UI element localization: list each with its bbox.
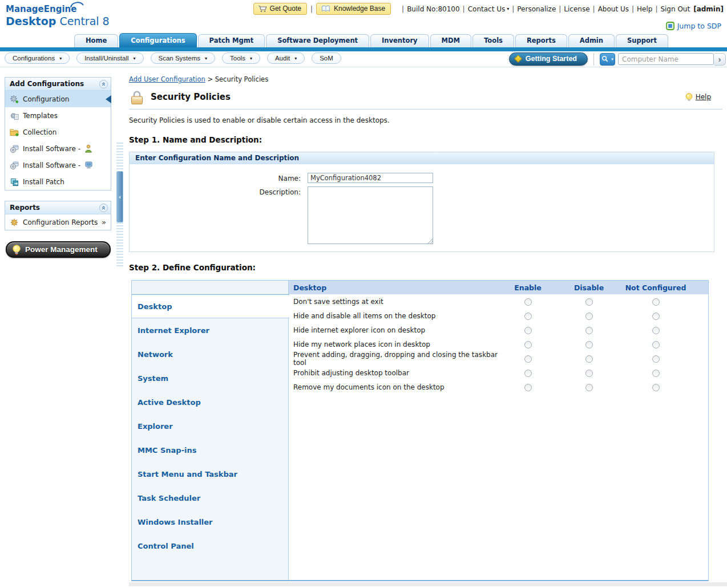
toolbar-menu-som[interactable]: SoM [312,52,341,64]
radio-disable[interactable] [585,384,593,391]
toolbar-menu-tools[interactable]: Tools▾ [222,52,260,64]
chevron-down-icon: ▾ [59,56,62,61]
tab-home[interactable]: Home [74,34,118,47]
tab-tools[interactable]: Tools [472,34,514,47]
help-link-text[interactable]: Help [696,93,711,101]
radio-not-configured[interactable] [652,313,660,320]
radio-not-configured[interactable] [652,384,660,391]
sidebar-item-templates[interactable]: Templates [5,107,111,124]
radio-enable[interactable] [524,355,532,363]
toolbar-menus: Configurations▾Install/Uninstall▾Scan Sy… [5,52,341,64]
panel-collapse-icon[interactable] [99,80,108,88]
column-header-disable: Disable [558,283,620,292]
search-go-button[interactable]: › [714,53,726,66]
radio-enable[interactable] [524,313,532,320]
top-link-license[interactable]: License [564,5,589,13]
toolbar-menu-audit[interactable]: Audit▾ [267,52,305,64]
policy-label: Hide and disable all items on the deskto… [289,312,498,320]
chevron-down-icon: ▾ [294,56,297,61]
toolbar-menu-configurations[interactable]: Configurations▾ [5,52,70,64]
radio-not-configured[interactable] [652,298,660,306]
top-link-sign-out[interactable]: Sign Out [660,5,690,13]
radio-cell [620,355,691,363]
radio-disable[interactable] [585,341,593,348]
sidebar-item-install-patch[interactable]: Install Patch [5,173,111,190]
category-mmc-snap-ins[interactable]: MMC Snap-ins [132,438,288,462]
tab-software-deployment[interactable]: Software Deployment [266,34,369,47]
sidebar-item-configuration[interactable]: Configuration [5,91,111,107]
radio-enable[interactable] [524,298,532,306]
category-explorer[interactable]: Explorer [132,414,288,438]
category-system[interactable]: System [132,366,288,390]
knowledge-base-button[interactable]: Knowledge Base [316,3,391,15]
category-desktop[interactable]: Desktop [132,294,289,318]
tab-support[interactable]: Support [616,34,668,47]
toolbar-menu-install-uninstall[interactable]: Install/Uninstall▾ [76,52,143,64]
toolbar-menu-label: Configurations [13,55,55,62]
sidebar-item-install-software-[interactable]: Install Software - [5,157,111,173]
tab-reports[interactable]: Reports [515,34,567,47]
sidebar-item-configuration-reports[interactable]: Configuration Reports» [5,214,111,230]
tab-patch-mgmt[interactable]: Patch Mgmt [198,34,265,47]
logo-swoosh-icon [70,0,84,9]
radio-disable[interactable] [585,298,593,306]
search-scope-button[interactable]: ▾ [600,53,615,66]
radio-disable[interactable] [585,355,593,363]
category-column-header [132,281,288,294]
tab-configurations[interactable]: Configurations [119,33,196,47]
separator: | [652,5,660,13]
top-link-personalize[interactable]: Personalize [517,5,556,13]
radio-enable[interactable] [524,327,532,334]
separator: | [310,5,313,13]
sidebar-collapse-handle[interactable]: ‹ [116,171,123,222]
separator: | [629,5,637,13]
radio-enable[interactable] [524,384,532,391]
category-task-scheduler[interactable]: Task Scheduler [132,486,288,510]
toolbar-menu-scan-systems[interactable]: Scan Systems▾ [151,52,216,64]
top-link-contact-us[interactable]: Contact Us [468,5,506,13]
radio-enable[interactable] [524,341,532,348]
radio-disable[interactable] [585,313,593,320]
category-network[interactable]: Network [132,342,288,366]
radio-not-configured[interactable] [652,355,660,363]
add-configurations-title: Add Configurations [10,80,84,88]
category-active-desktop[interactable]: Active Desktop [132,390,288,414]
page-title: Security Policies [151,92,231,102]
tab-mdm[interactable]: MDM [430,34,471,47]
reports-panel: Reports Configuration Reports» [5,201,111,230]
toolbar-right: Getting Started ▾ › [509,52,726,66]
separator: | [460,5,468,13]
top-link-about-us[interactable]: About Us [598,5,629,13]
tab-admin[interactable]: Admin [568,34,615,47]
get-quote-button[interactable]: Get Quote [253,3,307,15]
page-description: Security Policies is used to enable or d… [129,116,727,124]
secondary-toolbar: Configurations▾Install/Uninstall▾Scan Sy… [0,51,727,67]
category-start-menu-and-taskbar[interactable]: Start Menu and Taskbar [132,462,288,486]
reports-title: Reports [10,204,40,212]
radio-not-configured[interactable] [652,341,660,348]
radio-cell [620,298,691,306]
configuration-description-textarea[interactable] [308,186,433,244]
breadcrumb-link-add-user-configuration[interactable]: Add User Configuration [129,75,205,83]
category-windows-installer[interactable]: Windows Installer [132,510,288,534]
radio-not-configured[interactable] [652,327,660,334]
configuration-name-input[interactable] [308,173,433,183]
getting-started-button[interactable]: Getting Started [509,52,588,66]
sidebar-item-collection[interactable]: Collection [5,124,111,140]
category-control-panel[interactable]: Control Panel [132,534,288,558]
jump-to-sdp-label: Jump to SDP [677,22,721,30]
tab-inventory[interactable]: Inventory [370,34,429,47]
power-management-button[interactable]: Power Management [6,241,111,258]
panel-collapse-icon[interactable] [99,204,108,212]
top-link-help[interactable]: Help [637,5,652,13]
radio-not-configured[interactable] [652,370,660,377]
computer-search-input[interactable] [618,53,714,65]
sidebar-item-install-software-[interactable]: Install Software - [5,140,111,157]
category-internet-explorer[interactable]: Internet Explorer [132,318,288,342]
jump-to-sdp-link[interactable]: Jump to SDP [666,22,721,30]
radio-enable[interactable] [524,370,532,377]
radio-disable[interactable] [585,327,593,334]
toolbar-divider [593,53,594,66]
top-header: ManageEngine Desktop Central 8 Get Quote… [0,0,727,33]
radio-disable[interactable] [585,370,593,377]
